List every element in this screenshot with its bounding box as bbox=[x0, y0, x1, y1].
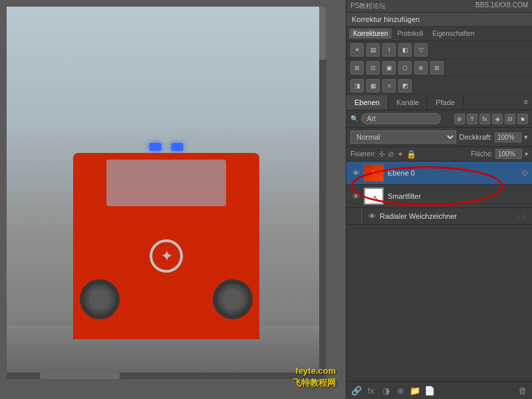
bw-icon[interactable]: ▣ bbox=[382, 61, 396, 74]
layer-options-icon-radialer[interactable]: ⋮⋮ bbox=[515, 213, 528, 220]
search-bar: 🔍 ⊛ T fx ◈ ⊟ ■ bbox=[346, 110, 532, 128]
eye-icon-0[interactable]: 👁 bbox=[350, 168, 361, 178]
panel-menu-btn[interactable]: ≡ bbox=[520, 95, 532, 110]
icon-row-2: ⊞ ⚖ ▣ ⬡ ⊕ ⊞ bbox=[346, 59, 532, 77]
gradient-icon[interactable]: ▤ bbox=[366, 43, 380, 57]
flaeche-input[interactable] bbox=[495, 149, 522, 159]
posterize-icon[interactable]: ▦ bbox=[366, 79, 380, 92]
site-url: BBS.16XX8.COM bbox=[475, 1, 528, 11]
vertical-scrollbar[interactable] bbox=[319, 7, 326, 379]
layer-thumb-0: 🔴 bbox=[364, 164, 384, 182]
icon-row-3: ◨ ▦ ⌗ ◩ bbox=[346, 77, 532, 95]
channel-icon[interactable]: ⊕ bbox=[414, 61, 428, 74]
search-icons-right: ⊛ T fx ◈ ⊟ ■ bbox=[454, 114, 528, 124]
fix-label: Fixieren: bbox=[350, 150, 376, 158]
horizontal-scrollbar[interactable] bbox=[7, 372, 326, 379]
fx-icon[interactable]: fx bbox=[365, 384, 377, 396]
layer-row-smartfilter[interactable]: 👁 ↖ Smartfilter bbox=[346, 185, 532, 208]
layers-bottom: 🔗 fx ◑ ⊕ 📁 📄 🗑 bbox=[346, 381, 532, 399]
layer-name-radialer: Radialer Weichzeichner bbox=[380, 212, 515, 220]
blend-row: Normal Multiplizieren Aufhellen Deckkraf… bbox=[346, 128, 532, 147]
curve-icon[interactable]: ⌇ bbox=[382, 43, 396, 57]
indent-line bbox=[361, 208, 362, 224]
layer-thumb-smart: ↖ bbox=[364, 188, 384, 205]
tab-pfade[interactable]: Pfade bbox=[428, 95, 464, 110]
exposure-icon[interactable]: ◧ bbox=[398, 43, 412, 57]
layer-name-0: Ebene 0 bbox=[388, 169, 521, 177]
color-icon[interactable]: ■ bbox=[517, 114, 528, 124]
flaeche-label: Fläche: bbox=[471, 150, 493, 158]
note-icon[interactable]: 📄 bbox=[424, 384, 436, 396]
layer-options-icon-0[interactable]: ⊙ bbox=[521, 168, 528, 178]
invert-icon[interactable]: ◨ bbox=[350, 79, 364, 92]
link-icon[interactable]: 🔗 bbox=[350, 384, 362, 396]
blend-mode-select[interactable]: Normal Multiplizieren Aufhellen bbox=[350, 130, 456, 144]
attr-icon[interactable]: ⊟ bbox=[505, 114, 515, 124]
sun-icon[interactable]: ☀ bbox=[350, 43, 364, 57]
layer-row-ebene0[interactable]: 👁 🔴 Ebene 0 ⊙ bbox=[346, 162, 532, 185]
tab-eigenschaften[interactable]: Eigenschaften bbox=[428, 29, 478, 39]
filter-icon[interactable]: ⊛ bbox=[454, 114, 465, 124]
folder-icon[interactable]: 📁 bbox=[409, 384, 421, 396]
grid-icon[interactable]: ⊞ bbox=[430, 61, 444, 74]
opacity-dropdown-icon[interactable]: ▾ bbox=[524, 133, 528, 142]
fix-row: Fixieren: ✛ ⊘ ✦ 🔒 Fläche: ▾ bbox=[346, 147, 532, 162]
layers-list: 👁 🔴 Ebene 0 ⊙ 👁 ↖ Smartfilter 👁 Radialer… bbox=[346, 162, 532, 381]
right-panel: PS教程论坛 BBS.16XX8.COM Korrektur hinzufüge… bbox=[346, 0, 532, 399]
tab-protokoll[interactable]: Protokoll bbox=[393, 29, 427, 39]
flaeche-dropdown-icon[interactable]: ▾ bbox=[525, 150, 528, 158]
threshold-icon[interactable]: ⌗ bbox=[382, 79, 396, 92]
opacity-row: Deckkraft: ▾ bbox=[459, 132, 528, 142]
mode-icon[interactable]: ◈ bbox=[492, 114, 503, 124]
tab-ebenen[interactable]: Ebenen bbox=[346, 95, 388, 110]
watermark-line2: 飞特教程网 bbox=[293, 377, 336, 389]
eye-icon-radialer[interactable]: 👁 bbox=[366, 211, 377, 221]
opacity-input[interactable] bbox=[495, 132, 521, 142]
fire-truck-image: ✦ bbox=[7, 7, 326, 379]
layers-tabs: Ebenen Kanäle Pfade ≡ bbox=[346, 95, 532, 110]
opacity-label: Deckkraft: bbox=[459, 133, 492, 141]
eye-icon-smart[interactable]: 👁 bbox=[350, 191, 361, 201]
horizontal-scroll-thumb[interactable] bbox=[40, 372, 120, 379]
lock-brush-icon[interactable]: ⊘ bbox=[388, 150, 394, 159]
selective-icon[interactable]: ◩ bbox=[398, 79, 412, 92]
tab-kanaele[interactable]: Kanäle bbox=[388, 95, 428, 110]
motion-blur bbox=[7, 7, 326, 379]
canvas-image[interactable]: ✦ bbox=[7, 7, 326, 379]
triangle-icon[interactable]: ▽ bbox=[414, 43, 428, 57]
photo-icon[interactable]: ⬡ bbox=[398, 61, 412, 74]
watermark-line1: feyte.com bbox=[293, 365, 336, 377]
corrections-title: Korrektur hinzufügen bbox=[352, 15, 420, 23]
adjustment-icon[interactable]: ⊕ bbox=[394, 384, 406, 396]
watermark: feyte.com 飞特教程网 bbox=[293, 365, 336, 389]
tab-korrekturen[interactable]: Korrekturen bbox=[349, 29, 392, 39]
balance-icon[interactable]: ⚖ bbox=[366, 61, 380, 74]
search-icon: 🔍 bbox=[350, 115, 358, 122]
lock-pos-icon[interactable]: ✛ bbox=[378, 150, 385, 159]
effect-icon[interactable]: fx bbox=[479, 114, 490, 124]
vertical-scroll-thumb[interactable] bbox=[319, 7, 326, 60]
corrections-header: Korrektur hinzufügen bbox=[346, 13, 532, 27]
lock-move-icon[interactable]: ✦ bbox=[397, 150, 404, 159]
type-icon[interactable]: T bbox=[467, 114, 477, 124]
layer-name-smart: Smartfilter bbox=[388, 192, 528, 200]
canvas-area: ✦ feyte.com 飞特教程网 bbox=[0, 0, 346, 399]
layer-row-radialer[interactable]: 👁 Radialer Weichzeichner ⋮⋮ bbox=[346, 208, 532, 225]
lock-all-icon[interactable]: 🔒 bbox=[406, 150, 416, 159]
cursor-icon: ↖ bbox=[373, 194, 381, 202]
site-name: PS教程论坛 bbox=[350, 1, 386, 11]
corrections-tabs: Korrekturen Protokoll Eigenschaften bbox=[346, 27, 532, 41]
trash-icon[interactable]: 🗑 bbox=[516, 384, 528, 396]
mask-icon[interactable]: ◑ bbox=[380, 384, 392, 396]
top-info-bar: PS教程论坛 BBS.16XX8.COM bbox=[346, 0, 532, 13]
hue-icon[interactable]: ⊞ bbox=[350, 61, 364, 74]
icon-row-1: ☀ ▤ ⌇ ◧ ▽ bbox=[346, 41, 532, 59]
search-input[interactable] bbox=[361, 113, 441, 124]
